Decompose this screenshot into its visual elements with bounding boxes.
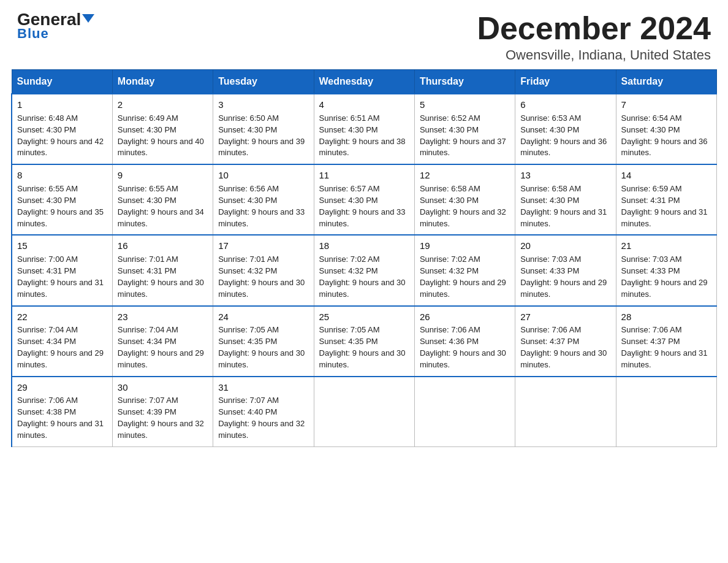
day-info: Sunrise: 6:53 AMSunset: 4:30 PMDaylight:… [520,113,610,159]
table-row [314,377,414,447]
day-info: Sunrise: 6:56 AMSunset: 4:30 PMDaylight:… [218,183,308,229]
logo-blue-text: Blue [17,26,49,42]
day-info: Sunrise: 6:55 AMSunset: 4:30 PMDaylight:… [17,183,107,229]
day-number: 4 [319,98,409,112]
day-number: 9 [118,169,208,182]
day-number: 18 [319,239,409,253]
day-info: Sunrise: 6:58 AMSunset: 4:30 PMDaylight:… [520,183,610,229]
day-info: Sunrise: 7:06 AMSunset: 4:38 PMDaylight:… [17,395,107,441]
day-number: 21 [621,239,711,253]
table-row: 2 Sunrise: 6:49 AMSunset: 4:30 PMDayligh… [112,94,213,164]
day-number: 5 [420,98,510,112]
day-info: Sunrise: 6:55 AMSunset: 4:30 PMDaylight:… [118,183,208,229]
table-row: 30 Sunrise: 7:07 AMSunset: 4:39 PMDaylig… [112,377,213,447]
day-info: Sunrise: 6:58 AMSunset: 4:30 PMDaylight:… [420,183,510,229]
col-sunday: Sunday [12,70,112,94]
table-row: 22 Sunrise: 7:04 AMSunset: 4:34 PMDaylig… [12,306,112,377]
table-row: 17 Sunrise: 7:01 AMSunset: 4:32 PMDaylig… [213,235,314,305]
table-row: 18 Sunrise: 7:02 AMSunset: 4:32 PMDaylig… [314,235,414,305]
day-number: 28 [621,310,711,324]
page-header: General Blue December 2024 Owensville, I… [0,0,728,69]
table-row: 20 Sunrise: 7:03 AMSunset: 4:33 PMDaylig… [515,235,616,305]
logo: General Blue [17,11,94,42]
table-row: 11 Sunrise: 6:57 AMSunset: 4:30 PMDaylig… [314,164,414,235]
month-title: December 2024 [477,11,711,46]
day-number: 19 [420,239,510,253]
day-number: 8 [17,169,107,182]
day-number: 11 [319,169,409,182]
logo-triangle-icon [82,14,94,23]
day-info: Sunrise: 6:54 AMSunset: 4:30 PMDaylight:… [621,113,711,159]
day-info: Sunrise: 7:02 AMSunset: 4:32 PMDaylight:… [319,254,409,300]
calendar-wrapper: Sunday Monday Tuesday Wednesday Thursday… [0,69,728,458]
calendar-table: Sunday Monday Tuesday Wednesday Thursday… [11,69,717,447]
col-friday: Friday [515,70,616,94]
day-info: Sunrise: 7:05 AMSunset: 4:35 PMDaylight:… [218,324,308,370]
day-number: 12 [420,169,510,182]
table-row: 28 Sunrise: 7:06 AMSunset: 4:37 PMDaylig… [616,306,716,377]
day-number: 26 [420,310,510,324]
table-row: 21 Sunrise: 7:03 AMSunset: 4:33 PMDaylig… [616,235,716,305]
day-info: Sunrise: 7:03 AMSunset: 4:33 PMDaylight:… [520,254,610,300]
table-row: 15 Sunrise: 7:00 AMSunset: 4:31 PMDaylig… [12,235,112,305]
day-number: 15 [17,239,107,253]
table-row: 1 Sunrise: 6:48 AMSunset: 4:30 PMDayligh… [12,94,112,164]
day-info: Sunrise: 6:50 AMSunset: 4:30 PMDaylight:… [218,113,308,159]
title-area: December 2024 Owensville, Indiana, Unite… [477,11,711,63]
day-info: Sunrise: 7:01 AMSunset: 4:31 PMDaylight:… [118,254,208,300]
table-row [616,377,716,447]
day-number: 30 [118,381,208,394]
table-row: 29 Sunrise: 7:06 AMSunset: 4:38 PMDaylig… [12,377,112,447]
day-info: Sunrise: 6:59 AMSunset: 4:31 PMDaylight:… [621,183,711,229]
day-info: Sunrise: 7:05 AMSunset: 4:35 PMDaylight:… [319,324,409,370]
table-row: 13 Sunrise: 6:58 AMSunset: 4:30 PMDaylig… [515,164,616,235]
day-number: 23 [118,310,208,324]
day-number: 25 [319,310,409,324]
day-info: Sunrise: 7:06 AMSunset: 4:36 PMDaylight:… [420,324,510,370]
day-number: 10 [218,169,308,182]
col-thursday: Thursday [414,70,515,94]
day-number: 31 [218,381,308,394]
day-info: Sunrise: 7:07 AMSunset: 4:39 PMDaylight:… [118,395,208,441]
table-row: 23 Sunrise: 7:04 AMSunset: 4:34 PMDaylig… [112,306,213,377]
day-info: Sunrise: 7:06 AMSunset: 4:37 PMDaylight:… [621,324,711,370]
location-subtitle: Owensville, Indiana, United States [477,47,711,63]
table-row: 12 Sunrise: 6:58 AMSunset: 4:30 PMDaylig… [414,164,515,235]
day-number: 22 [17,310,107,324]
day-number: 6 [520,98,610,112]
day-number: 20 [520,239,610,253]
day-number: 2 [118,98,208,112]
day-info: Sunrise: 6:52 AMSunset: 4:30 PMDaylight:… [420,113,510,159]
day-info: Sunrise: 7:06 AMSunset: 4:37 PMDaylight:… [520,324,610,370]
table-row: 16 Sunrise: 7:01 AMSunset: 4:31 PMDaylig… [112,235,213,305]
col-monday: Monday [112,70,213,94]
table-row: 3 Sunrise: 6:50 AMSunset: 4:30 PMDayligh… [213,94,314,164]
day-number: 3 [218,98,308,112]
day-number: 16 [118,239,208,253]
table-row: 7 Sunrise: 6:54 AMSunset: 4:30 PMDayligh… [616,94,716,164]
day-number: 24 [218,310,308,324]
day-number: 14 [621,169,711,182]
table-row [414,377,515,447]
day-info: Sunrise: 6:49 AMSunset: 4:30 PMDaylight:… [118,113,208,159]
day-info: Sunrise: 6:51 AMSunset: 4:30 PMDaylight:… [319,113,409,159]
col-wednesday: Wednesday [314,70,414,94]
day-info: Sunrise: 7:03 AMSunset: 4:33 PMDaylight:… [621,254,711,300]
table-row: 9 Sunrise: 6:55 AMSunset: 4:30 PMDayligh… [112,164,213,235]
day-info: Sunrise: 7:00 AMSunset: 4:31 PMDaylight:… [17,254,107,300]
table-row: 24 Sunrise: 7:05 AMSunset: 4:35 PMDaylig… [213,306,314,377]
day-number: 27 [520,310,610,324]
table-row: 8 Sunrise: 6:55 AMSunset: 4:30 PMDayligh… [12,164,112,235]
table-row: 19 Sunrise: 7:02 AMSunset: 4:32 PMDaylig… [414,235,515,305]
day-number: 29 [17,381,107,394]
table-row: 10 Sunrise: 6:56 AMSunset: 4:30 PMDaylig… [213,164,314,235]
day-info: Sunrise: 7:01 AMSunset: 4:32 PMDaylight:… [218,254,308,300]
table-row: 26 Sunrise: 7:06 AMSunset: 4:36 PMDaylig… [414,306,515,377]
day-info: Sunrise: 7:07 AMSunset: 4:40 PMDaylight:… [218,395,308,441]
day-info: Sunrise: 6:57 AMSunset: 4:30 PMDaylight:… [319,183,409,229]
col-saturday: Saturday [616,70,716,94]
table-row: 5 Sunrise: 6:52 AMSunset: 4:30 PMDayligh… [414,94,515,164]
day-number: 7 [621,98,711,112]
day-info: Sunrise: 6:48 AMSunset: 4:30 PMDaylight:… [17,113,107,159]
calendar-body: 1 Sunrise: 6:48 AMSunset: 4:30 PMDayligh… [12,94,717,447]
